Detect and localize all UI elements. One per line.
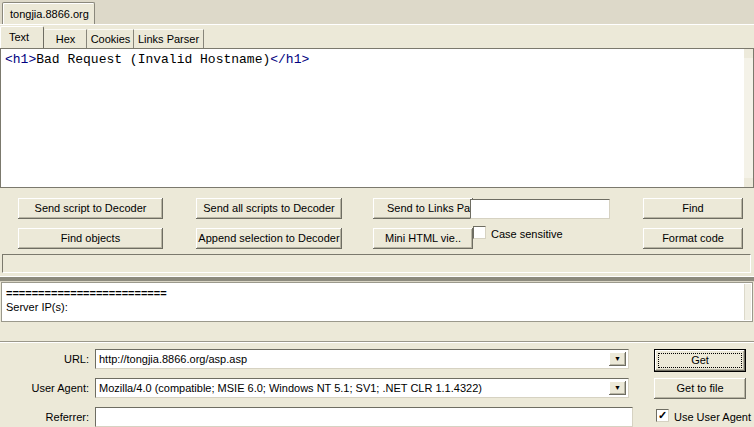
case-sensitive-label: Case sensitive	[491, 228, 563, 240]
referrer-field-wrap	[95, 407, 633, 427]
get-button[interactable]: Get	[654, 349, 746, 372]
tab-text-label: Text	[9, 31, 29, 43]
user-agent-label: User Agent:	[0, 382, 89, 394]
session-tab[interactable]: tongjia.8866.org	[2, 2, 95, 24]
code-open-tag: <h1>	[5, 52, 36, 67]
url-combobox: ▼	[95, 349, 629, 369]
send-to-links-parser-button[interactable]: Send to Links Pa	[373, 198, 473, 219]
send-all-scripts-label: Send all scripts to Decoder	[203, 202, 334, 214]
server-info-panel[interactable]: ========================= Server IP(s):	[1, 282, 753, 322]
format-code-label: Format code	[662, 232, 724, 244]
user-agent-combobox: ▼	[95, 378, 629, 398]
use-user-agent-label: Use User Agent	[674, 411, 751, 423]
find-objects-button[interactable]: Find objects	[18, 228, 163, 249]
session-tab-bar	[0, 0, 754, 24]
tab-links-parser-label: Links Parser	[138, 33, 199, 45]
scroll-down-icon[interactable]	[744, 178, 753, 187]
tab-cookies[interactable]: Cookies	[88, 29, 134, 48]
app-window: tongjia.8866.org Text Hex Cookies Links …	[0, 0, 754, 427]
tab-hex-label: Hex	[56, 33, 76, 45]
code-body-text: Bad Request (Invalid Hostname)	[36, 52, 270, 67]
append-selection-to-decoder-button[interactable]: Append selection to Decoder	[196, 228, 342, 249]
use-user-agent-checkbox[interactable]: ✓	[656, 409, 669, 422]
find-button[interactable]: Find	[643, 198, 743, 219]
tab-cookies-label: Cookies	[91, 33, 131, 45]
referrer-input[interactable]	[99, 410, 629, 424]
chevron-down-icon: ▼	[614, 355, 621, 362]
focus-rect	[658, 353, 742, 368]
session-tab-label: tongjia.8866.org	[10, 8, 89, 20]
find-text-input[interactable]	[474, 202, 606, 216]
tab-links-parser[interactable]: Links Parser	[134, 29, 204, 48]
view-tab-strip: Text Hex Cookies Links Parser	[0, 25, 754, 48]
info-separator-line: =========================	[6, 286, 752, 300]
send-script-to-decoder-button[interactable]: Send script to Decoder	[18, 198, 163, 219]
user-agent-dropdown-button[interactable]: ▼	[609, 381, 626, 395]
get-to-file-button[interactable]: Get to file	[654, 378, 746, 399]
tab-hex[interactable]: Hex	[45, 29, 87, 48]
referrer-label: Referrer:	[0, 411, 89, 423]
form-divider-highlight	[0, 342, 754, 343]
find-label: Find	[682, 202, 703, 214]
tab-text[interactable]: Text	[0, 26, 44, 48]
send-script-to-decoder-label: Send script to Decoder	[35, 202, 147, 214]
format-code-button[interactable]: Format code	[643, 228, 743, 249]
user-agent-input[interactable]	[99, 381, 607, 395]
case-sensitive-checkbox[interactable]	[473, 226, 486, 239]
response-editor[interactable]: <h1>Bad Request (Invalid Hostname)</h1>	[0, 48, 754, 188]
scroll-up-icon[interactable]	[744, 49, 753, 58]
chevron-down-icon: ▼	[614, 384, 621, 391]
mini-html-view-label: Mini HTML vie..	[385, 232, 461, 244]
find-objects-label: Find objects	[61, 232, 120, 244]
editor-scrollbar[interactable]	[744, 49, 753, 187]
info-panel-scrollbar[interactable]	[744, 284, 751, 320]
response-code: <h1>Bad Request (Invalid Hostname)</h1>	[1, 49, 753, 70]
send-all-scripts-to-decoder-button[interactable]: Send all scripts to Decoder	[196, 198, 342, 219]
check-icon: ✓	[658, 409, 667, 421]
status-bar	[2, 254, 751, 273]
mini-html-view-button[interactable]: Mini HTML vie..	[373, 228, 473, 249]
get-to-file-label: Get to file	[676, 382, 723, 394]
url-input[interactable]	[99, 352, 607, 366]
code-close-tag: </h1>	[270, 52, 309, 67]
server-ips-label: Server IP(s):	[6, 300, 752, 314]
url-dropdown-button[interactable]: ▼	[609, 352, 626, 366]
send-to-links-label: Send to Links Pa	[387, 202, 470, 214]
url-label: URL:	[0, 353, 89, 365]
find-text-field-wrap	[470, 199, 610, 219]
append-selection-label: Append selection to Decoder	[198, 232, 339, 244]
